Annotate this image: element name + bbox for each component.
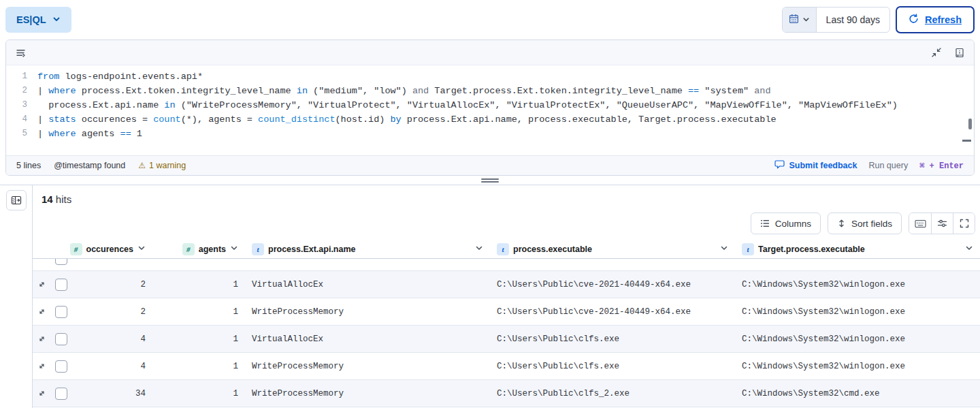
panel-resize-handle[interactable]: [481, 178, 499, 183]
keyboard-shortcuts-icon[interactable]: [909, 213, 931, 234]
column-label: process.executable: [513, 245, 592, 254]
row-checkbox[interactable]: [55, 306, 67, 318]
code-line: 4| stats occurences = count(*), agents =…: [6, 112, 974, 127]
number-field-icon: #: [70, 243, 82, 255]
esql-editor: 1from logs-endpoint.events.api*2| where …: [5, 40, 975, 176]
documentation-icon[interactable]: [955, 48, 964, 58]
row-checkbox[interactable]: [55, 388, 67, 400]
code-line: 3 process.Ext.api.name in ("WriteProcess…: [6, 98, 974, 112]
chevron-down-icon: [52, 14, 61, 25]
editor-header: [6, 40, 974, 65]
refresh-label: Refresh: [925, 14, 962, 25]
table-row: 341WriteProcessMemoryC:\Users\Public\clf…: [33, 380, 980, 407]
cell-agents: 1: [152, 280, 245, 289]
timestamp-status: @timestamp found: [54, 161, 125, 170]
code-line: 2| where process.Ext.token.integrity_lev…: [6, 84, 974, 98]
time-range-display[interactable]: Last 90 days: [817, 7, 889, 32]
string-field-icon: t: [252, 243, 264, 255]
results-panel: 14 hits Columns Sort fields: [0, 185, 980, 408]
column-header-process.Ext.api.name[interactable]: tprocess.Ext.api.name: [245, 240, 490, 258]
table-row: 41VirtualAllocExC:\Users\Public\clfs.exe…: [33, 326, 980, 353]
table-row: 21VirtualAllocExC:\Users\Public\cve-2021…: [33, 271, 980, 298]
sort-fields-label: Sort fields: [851, 219, 892, 229]
cell-Target.process.executable: C:\Windows\System32\winlogon.exe: [735, 280, 980, 289]
cell-process.executable: C:\Users\Public\clfs_2.exe: [490, 389, 735, 398]
esql-mode-button[interactable]: ES|QL: [5, 7, 71, 33]
chevron-down-icon: [965, 244, 973, 254]
date-picker: Last 90 days: [782, 7, 890, 33]
expand-row-icon[interactable]: [33, 307, 50, 316]
display-options-icon[interactable]: [931, 213, 953, 234]
column-header-occurences[interactable]: #occurences: [72, 240, 152, 258]
sort-arrows-icon: [837, 219, 846, 228]
list-icon: [760, 219, 770, 228]
chevron-down-icon: [137, 244, 146, 254]
column-header-process.executable[interactable]: tprocess.executable: [490, 240, 735, 258]
cell-Target.process.executable: C:\Windows\System32\winlogon.exe: [735, 362, 980, 371]
line-number: 4: [6, 112, 37, 127]
fullscreen-icon[interactable]: [953, 213, 975, 234]
column-label: agents: [199, 245, 226, 254]
cell-agents: 1: [152, 389, 245, 398]
grid-display-controls: [909, 213, 975, 234]
cell-process.executable: C:\Users\Public\clfs.exe: [490, 334, 735, 344]
editor-overview-mark: [962, 140, 971, 142]
submit-feedback-label: Submit feedback: [789, 161, 857, 170]
warning-indicator[interactable]: ⚠ 1 warning: [138, 161, 186, 170]
expand-row-icon[interactable]: [33, 362, 50, 371]
cell-process.executable: C:\Users\Public\cve-2021-40449-x64.exe: [490, 307, 735, 317]
run-query-shortcut: ⌘ + Enter: [919, 161, 964, 171]
grid-toolbar: Columns Sort fields: [33, 207, 980, 240]
feedback-bubble-icon: [774, 160, 785, 171]
column-header-Target.process.executable[interactable]: tTarget.process.executable: [735, 240, 980, 258]
cell-occurences: 2: [72, 307, 152, 317]
row-checkbox[interactable]: [55, 360, 67, 373]
code-editor[interactable]: 1from logs-endpoint.events.api*2| where …: [6, 65, 974, 155]
results-grid: #occurences#agentstprocess.Ext.api.namet…: [33, 240, 980, 408]
results-main: 14 hits Columns Sort fields: [33, 185, 980, 408]
code-text: from logs-endpoint.events.api*: [37, 69, 203, 84]
column-label: process.Ext.api.name: [268, 245, 356, 254]
row-checkbox[interactable]: [55, 279, 67, 291]
columns-button[interactable]: Columns: [751, 213, 821, 234]
open-fields-sidebar-icon[interactable]: [6, 190, 27, 210]
row-checkbox[interactable]: [55, 333, 67, 345]
esql-mode-label: ES|QL: [16, 14, 46, 25]
columns-label: Columns: [775, 219, 811, 229]
cell-process.Ext.api.name: WriteProcessMemory: [245, 362, 490, 371]
expand-row-icon[interactable]: [33, 334, 50, 343]
cell-occurences: 2: [72, 280, 152, 289]
warning-icon: ⚠: [138, 161, 146, 170]
hits-summary: 14 hits: [33, 185, 980, 207]
hits-label: hits: [56, 193, 71, 205]
grid-body: 21VirtualAllocExC:\Users\Public\cve-2021…: [33, 259, 980, 408]
cell-Target.process.executable: C:\Windows\System32\winlogon.exe: [735, 334, 980, 344]
column-header-agents[interactable]: #agents: [152, 240, 245, 258]
sort-fields-button[interactable]: Sort fields: [828, 213, 902, 234]
chevron-down-icon: [720, 244, 728, 254]
cell-process.Ext.api.name: WriteProcessMemory: [245, 389, 490, 398]
run-query-label: Run query: [868, 161, 908, 170]
wrap-lines-icon[interactable]: [16, 48, 26, 58]
minimize-editor-icon[interactable]: [932, 48, 941, 57]
cell-process.executable: C:\Users\Public\clfs.exe: [490, 362, 735, 371]
row-checkbox[interactable]: [55, 259, 67, 265]
refresh-button[interactable]: Refresh: [896, 6, 975, 33]
expand-row-icon[interactable]: [33, 389, 50, 398]
line-number: 5: [6, 127, 37, 141]
editor-scrollbar-thumb[interactable]: [968, 119, 972, 129]
code-line: 1from logs-endpoint.events.api*: [6, 69, 974, 84]
cell-agents: 1: [152, 334, 245, 344]
expand-row-icon[interactable]: [33, 280, 50, 289]
number-field-icon: #: [182, 243, 195, 255]
editor-footer: 5 lines @timestamp found ⚠ 1 warning Sub…: [6, 155, 974, 175]
code-text: | where process.Ext.token.integrity_leve…: [37, 84, 771, 98]
string-field-icon: t: [497, 243, 509, 255]
line-number: 2: [6, 84, 37, 98]
quick-select-button[interactable]: [783, 7, 817, 32]
cell-occurences: 34: [72, 389, 152, 398]
line-count: 5 lines: [16, 161, 41, 170]
table-row: 41WriteProcessMemoryC:\Users\Public\clfs…: [33, 353, 980, 380]
submit-feedback-button[interactable]: Submit feedback: [774, 160, 857, 171]
cell-agents: 1: [152, 362, 245, 371]
